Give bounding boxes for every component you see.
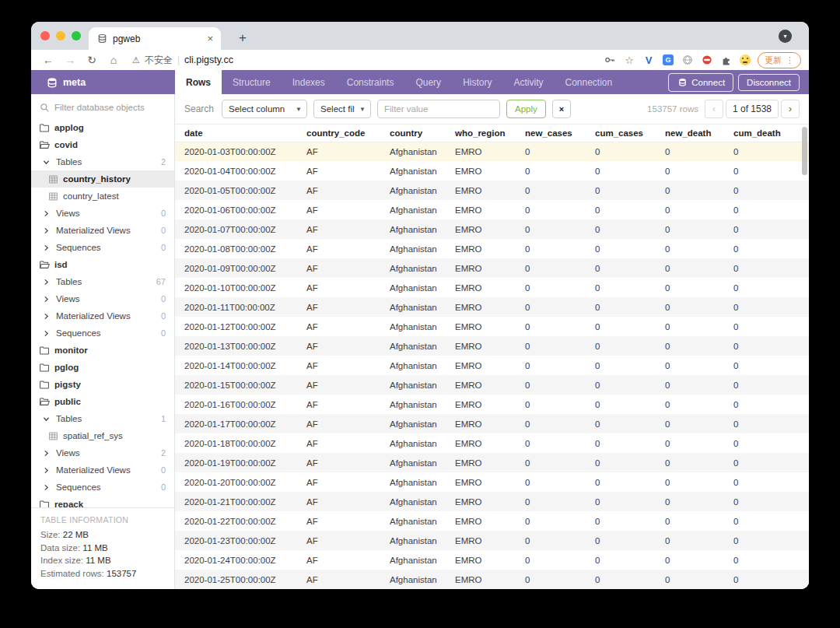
sidebar-schema-applog[interactable]: applog xyxy=(31,119,174,136)
filter-objects-input[interactable] xyxy=(54,103,166,112)
cell-cum_death: 0 xyxy=(724,472,809,492)
minimize-window-button[interactable] xyxy=(56,31,65,40)
tab-history[interactable]: History xyxy=(452,70,502,94)
column-header-country[interactable]: country xyxy=(380,125,446,142)
sidebar-group-views[interactable]: Views0 xyxy=(31,205,174,222)
next-page-button[interactable]: › xyxy=(781,100,800,118)
column-header-cum_death[interactable]: cum_death xyxy=(724,125,809,142)
sidebar-table-country_history[interactable]: country_history xyxy=(31,170,174,188)
table-row[interactable]: 2020-01-23T00:00:00ZAFAfghanistanEMRO000… xyxy=(175,531,809,550)
folder-closed-icon xyxy=(39,122,50,133)
table-row[interactable]: 2020-01-17T00:00:00ZAFAfghanistanEMRO000… xyxy=(175,414,809,433)
sidebar-group-views[interactable]: Views2 xyxy=(31,444,174,461)
filter-type-select[interactable]: Select filter ▼ xyxy=(313,100,371,118)
forward-button[interactable]: → xyxy=(61,54,79,66)
column-select[interactable]: Select column ▼ xyxy=(222,100,307,118)
translate-icon[interactable]: G xyxy=(662,54,674,66)
filter-value-input[interactable] xyxy=(377,100,500,118)
column-header-new_death[interactable]: new_death xyxy=(656,125,724,142)
reload-button[interactable]: ↻ xyxy=(82,54,101,66)
tab-connection[interactable]: Connection xyxy=(554,70,623,94)
sidebar-schema-repack[interactable]: repack xyxy=(31,496,174,507)
sidebar-schema-isd[interactable]: isd xyxy=(31,256,174,273)
sidebar-schema-covid[interactable]: covid xyxy=(31,136,174,153)
table-row[interactable]: 2020-01-04T00:00:00ZAFAfghanistanEMRO000… xyxy=(175,161,809,181)
globe-icon[interactable] xyxy=(681,54,694,66)
browser-tab[interactable]: pgweb × xyxy=(89,27,221,50)
emoji-extension-icon[interactable] xyxy=(740,54,751,65)
column-header-date[interactable]: date xyxy=(175,125,297,142)
sidebar-table-spatial_ref_sys[interactable]: spatial_ref_sys xyxy=(31,427,174,444)
column-header-who_region[interactable]: who_region xyxy=(446,125,516,142)
close-tab-icon[interactable]: × xyxy=(207,33,213,44)
browser-update-button[interactable]: 更新 ⋮ xyxy=(758,52,801,68)
update-menu-icon[interactable]: ⋮ xyxy=(786,55,794,65)
tab-search-button[interactable]: ▾ xyxy=(779,30,792,43)
key-icon[interactable] xyxy=(604,54,616,66)
sidebar-schema-monitor[interactable]: monitor xyxy=(31,342,174,359)
sidebar-group-materialized-views[interactable]: Materialized Views0 xyxy=(31,307,174,325)
table-row[interactable]: 2020-01-22T00:00:00ZAFAfghanistanEMRO000… xyxy=(175,511,809,531)
column-header-cum_cases[interactable]: cum_cases xyxy=(586,125,656,142)
sidebar-schema-pglog[interactable]: pglog xyxy=(31,359,174,376)
scrollbar-thumb[interactable] xyxy=(802,127,807,175)
sidebar-schema-public[interactable]: public xyxy=(31,393,174,410)
home-button[interactable]: ⌂ xyxy=(104,54,123,66)
table-row[interactable]: 2020-01-13T00:00:00ZAFAfghanistanEMRO000… xyxy=(175,336,809,356)
table-row[interactable]: 2020-01-06T00:00:00ZAFAfghanistanEMRO000… xyxy=(175,200,809,219)
extension-v-icon[interactable]: V xyxy=(642,54,655,66)
sidebar-group-views[interactable]: Views0 xyxy=(31,290,174,307)
cell-new_death: 0 xyxy=(656,472,724,492)
sidebar-group-sequences[interactable]: Sequences0 xyxy=(31,325,174,342)
table-row[interactable]: 2020-01-19T00:00:00ZAFAfghanistanEMRO000… xyxy=(175,453,809,472)
cell-new_death: 0 xyxy=(656,181,724,200)
table-row[interactable]: 2020-01-25T00:00:00ZAFAfghanistanEMRO000… xyxy=(175,570,809,589)
sidebar-group-sequences[interactable]: Sequences0 xyxy=(31,239,174,256)
tab-query[interactable]: Query xyxy=(404,70,452,94)
table-row[interactable]: 2020-01-03T00:00:00ZAFAfghanistanEMRO000… xyxy=(175,142,809,161)
table-row[interactable]: 2020-01-15T00:00:00ZAFAfghanistanEMRO000… xyxy=(175,375,809,395)
table-row[interactable]: 2020-01-12T00:00:00ZAFAfghanistanEMRO000… xyxy=(175,317,809,336)
sidebar-table-country_latest[interactable]: country_latest xyxy=(31,188,174,205)
bookmark-star-icon[interactable]: ☆ xyxy=(623,54,635,66)
sidebar-group-tables[interactable]: Tables67 xyxy=(31,273,174,290)
table-row[interactable]: 2020-01-09T00:00:00ZAFAfghanistanEMRO000… xyxy=(175,258,809,278)
sidebar-group-tables[interactable]: Tables1 xyxy=(31,410,174,427)
sidebar-group-materialized-views[interactable]: Materialized Views0 xyxy=(31,222,174,239)
table-row[interactable]: 2020-01-14T00:00:00ZAFAfghanistanEMRO000… xyxy=(175,356,809,375)
column-header-new_cases[interactable]: new_cases xyxy=(516,125,586,142)
tab-activity[interactable]: Activity xyxy=(502,70,554,94)
table-row[interactable]: 2020-01-16T00:00:00ZAFAfghanistanEMRO000… xyxy=(175,395,809,414)
puzzle-icon[interactable] xyxy=(720,54,733,66)
back-button[interactable]: ← xyxy=(39,54,58,66)
column-header-country_code[interactable]: country_code xyxy=(297,125,380,142)
sidebar-group-tables[interactable]: Tables2 xyxy=(31,153,174,170)
disconnect-button[interactable]: Disconnect xyxy=(738,74,800,91)
tab-structure[interactable]: Structure xyxy=(222,70,282,94)
table-row[interactable]: 2020-01-18T00:00:00ZAFAfghanistanEMRO000… xyxy=(175,433,809,453)
table-row[interactable]: 2020-01-10T00:00:00ZAFAfghanistanEMRO000… xyxy=(175,278,809,297)
close-window-button[interactable] xyxy=(40,31,50,40)
table-row[interactable]: 2020-01-24T00:00:00ZAFAfghanistanEMRO000… xyxy=(175,550,809,570)
table-row[interactable]: 2020-01-05T00:00:00ZAFAfghanistanEMRO000… xyxy=(175,181,809,200)
table-row[interactable]: 2020-01-08T00:00:00ZAFAfghanistanEMRO000… xyxy=(175,239,809,258)
previous-page-button[interactable]: ‹ xyxy=(705,100,723,118)
tab-rows[interactable]: Rows xyxy=(175,70,222,94)
sidebar-group-materialized-views[interactable]: Materialized Views0 xyxy=(31,461,174,479)
address-bar[interactable]: ⚠ 不安全 | cli.pigsty.cc xyxy=(132,54,233,67)
apply-button[interactable]: Apply xyxy=(506,100,546,118)
table-row[interactable]: 2020-01-07T00:00:00ZAFAfghanistanEMRO000… xyxy=(175,219,809,239)
table-row[interactable]: 2020-01-11T00:00:00ZAFAfghanistanEMRO000… xyxy=(175,297,809,317)
clear-filter-button[interactable]: × xyxy=(552,100,571,118)
tab-indexes[interactable]: Indexes xyxy=(282,70,336,94)
zoom-window-button[interactable] xyxy=(72,31,81,40)
connect-button[interactable]: Connect xyxy=(668,73,733,92)
red-extension-icon[interactable] xyxy=(701,54,713,66)
tab-constraints[interactable]: Constraints xyxy=(336,70,405,94)
sidebar-group-sequences[interactable]: Sequences0 xyxy=(31,479,174,496)
new-tab-button[interactable]: + xyxy=(232,27,254,49)
cell-new_cases: 0 xyxy=(516,453,586,472)
table-row[interactable]: 2020-01-21T00:00:00ZAFAfghanistanEMRO000… xyxy=(175,492,809,511)
sidebar-schema-pigsty[interactable]: pigsty xyxy=(31,376,174,393)
table-row[interactable]: 2020-01-20T00:00:00ZAFAfghanistanEMRO000… xyxy=(175,472,809,492)
